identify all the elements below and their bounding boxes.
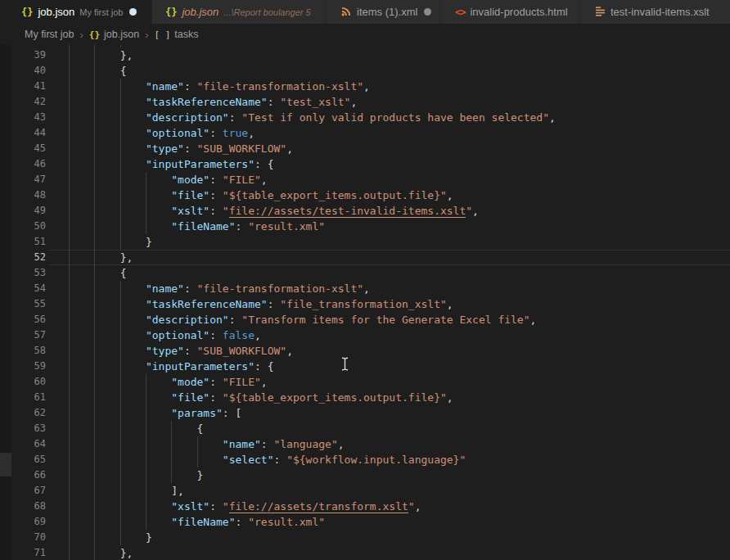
code-line[interactable]: 68 "xslt": "file://assets/transform.xslt… (0, 499, 730, 514)
code-line[interactable]: 46 "inputParameters": { (0, 156, 730, 172)
tab-invalid-products-html[interactable]: <> invalid-products.html (440, 0, 580, 24)
code-line[interactable]: 62 "params": [ (0, 405, 730, 421)
scrollbar-thumb[interactable] (0, 453, 11, 476)
tab-job-json-report-boulanger[interactable]: {} job.json ...\Report boulanger 5 (152, 0, 327, 24)
line-number[interactable]: 46 (11, 156, 46, 172)
code-text: "taskReferenceName": "test_xslt", (69, 94, 357, 110)
code-text: "file": "${table_export_items.output.fil… (69, 390, 453, 405)
code-text: "file": "${table_export_items.output.fil… (69, 187, 453, 203)
line-number[interactable]: 66 (11, 467, 46, 483)
line-number[interactable]: 39 (11, 47, 46, 63)
line-number[interactable]: 47 (11, 172, 46, 187)
line-number[interactable]: 54 (11, 281, 46, 296)
code-line[interactable]: 51 } (0, 234, 730, 250)
code-text: { (69, 265, 126, 281)
code-line[interactable]: 69 "fileName": "result.xml" (0, 514, 730, 530)
code-line[interactable]: 64 "name": "language", (0, 436, 730, 452)
code-line[interactable]: 43 "description": "Test if only valid pr… (0, 110, 730, 125)
code-line[interactable]: 65 "select": "${workflow.input.language}… (0, 452, 730, 467)
tab-filename: test-invalid-items.xslt (611, 6, 710, 18)
line-number[interactable]: 51 (11, 234, 46, 250)
line-number[interactable]: 50 (11, 219, 46, 234)
line-number[interactable]: 61 (11, 390, 46, 405)
code-text: "params": [ (69, 405, 241, 421)
code-text: "type": "SUB_WORKFLOW", (69, 343, 293, 359)
line-number[interactable]: 49 (11, 203, 46, 219)
code-line[interactable]: 66 } (0, 467, 730, 483)
code-line[interactable]: 56 "description": "Transform items for t… (0, 312, 730, 327)
code-line[interactable]: 59 "inputParameters": { (0, 359, 730, 374)
code-line[interactable]: 53 { (0, 265, 730, 281)
code-editor[interactable]: 38 }39 },40 {41 "name": "file-transforma… (0, 45, 730, 560)
code-text: "type": "SUB_WORKFLOW", (69, 141, 293, 156)
tab-test-invalid-items-xslt[interactable]: test-invalid-items.xslt (580, 0, 730, 24)
line-number[interactable]: 55 (11, 296, 46, 312)
line-number[interactable]: 57 (11, 327, 46, 343)
tab-job-json-my-first-job[interactable]: {} job.json My first job (0, 0, 152, 24)
line-number[interactable]: 67 (11, 483, 46, 499)
line-number[interactable]: 65 (11, 452, 46, 467)
code-line[interactable]: 63 { (0, 421, 730, 436)
line-number[interactable]: 52 (11, 250, 46, 265)
line-number[interactable]: 53 (11, 265, 46, 281)
tab-items-xml[interactable]: items (1).xml (327, 0, 440, 24)
code-line[interactable]: 45 "type": "SUB_WORKFLOW", (0, 141, 730, 156)
line-number[interactable]: 62 (11, 405, 46, 421)
code-line[interactable]: 41 "name": "file-transformation-xslt", (0, 79, 730, 94)
code-line[interactable]: 67 ], (0, 483, 730, 499)
line-number[interactable]: 70 (11, 530, 46, 545)
line-number[interactable]: 64 (11, 436, 46, 452)
code-line[interactable]: 40 { (0, 63, 730, 79)
line-number[interactable]: 59 (11, 359, 46, 374)
line-number[interactable]: 42 (11, 94, 46, 110)
line-number[interactable]: 43 (11, 110, 46, 125)
json-braces-icon: {} (89, 29, 100, 40)
code-line[interactable]: 44 "optional": true, (0, 125, 730, 141)
line-number[interactable]: 58 (11, 343, 46, 359)
code-text: } (69, 467, 203, 483)
code-line[interactable]: 52 }, (0, 250, 730, 265)
line-number[interactable]: 40 (11, 63, 46, 79)
line-number[interactable]: 60 (11, 374, 46, 390)
code-line[interactable]: 54 "name": "file-transformation-xslt", (0, 281, 730, 296)
file-link[interactable]: file://assets/test-invalid-items.xslt (229, 205, 466, 218)
code-line[interactable]: 60 "mode": "FILE", (0, 374, 730, 390)
line-number[interactable]: 71 (11, 545, 46, 560)
code-text: "fileName": "result.xml" (69, 219, 325, 234)
line-number[interactable]: 56 (11, 312, 46, 327)
breadcrumb-item-job-json[interactable]: {} job.json (89, 29, 139, 40)
code-text: }, (69, 545, 133, 560)
line-number[interactable]: 41 (11, 79, 46, 94)
line-number[interactable]: 69 (11, 514, 46, 530)
code-line[interactable]: 58 "type": "SUB_WORKFLOW", (0, 343, 730, 359)
file-link[interactable]: file://assets/transform.xslt (229, 500, 408, 513)
breadcrumb-item-tasks[interactable]: [ ] tasks (154, 29, 198, 40)
line-number[interactable]: 45 (11, 141, 46, 156)
chevron-right-icon: › (145, 29, 148, 41)
code-line[interactable]: 57 "optional": false, (0, 327, 730, 343)
code-line[interactable]: 61 "file": "${table_export_items.output.… (0, 390, 730, 405)
code-line[interactable]: 50 "fileName": "result.xml" (0, 219, 730, 234)
code-text: }, (69, 47, 133, 63)
code-line[interactable]: 39 }, (0, 47, 730, 63)
code-line[interactable]: 48 "file": "${table_export_items.output.… (0, 187, 730, 203)
code-line[interactable]: 70 } (0, 530, 730, 545)
code-line[interactable]: 47 "mode": "FILE", (0, 172, 730, 187)
code-line[interactable]: 42 "taskReferenceName": "test_xslt", (0, 94, 730, 110)
list-lines-icon (595, 6, 606, 19)
line-number[interactable]: 68 (11, 499, 46, 514)
modified-dot-icon[interactable] (424, 8, 431, 16)
modified-dot-icon[interactable] (129, 8, 137, 16)
code-line[interactable]: 55 "taskReferenceName": "file_transforma… (0, 296, 730, 312)
json-braces-icon: {} (165, 7, 177, 18)
code-text: "xslt": "file://assets/transform.xslt", (69, 499, 421, 514)
code-text: "inputParameters": { (69, 359, 273, 374)
code-line[interactable]: 49 "xslt": "file://assets/test-invalid-i… (0, 203, 730, 219)
breadcrumb-item-my-first-job[interactable]: My first job (25, 29, 74, 40)
line-number[interactable]: 63 (11, 421, 46, 436)
code-line[interactable]: 71 }, (0, 545, 730, 560)
line-number[interactable]: 48 (11, 187, 46, 203)
line-number[interactable]: 44 (11, 125, 46, 141)
code-text: "name": "file-transformation-xslt", (69, 281, 370, 296)
editor-tab-bar: {} job.json My first job {} job.json ...… (0, 0, 730, 24)
